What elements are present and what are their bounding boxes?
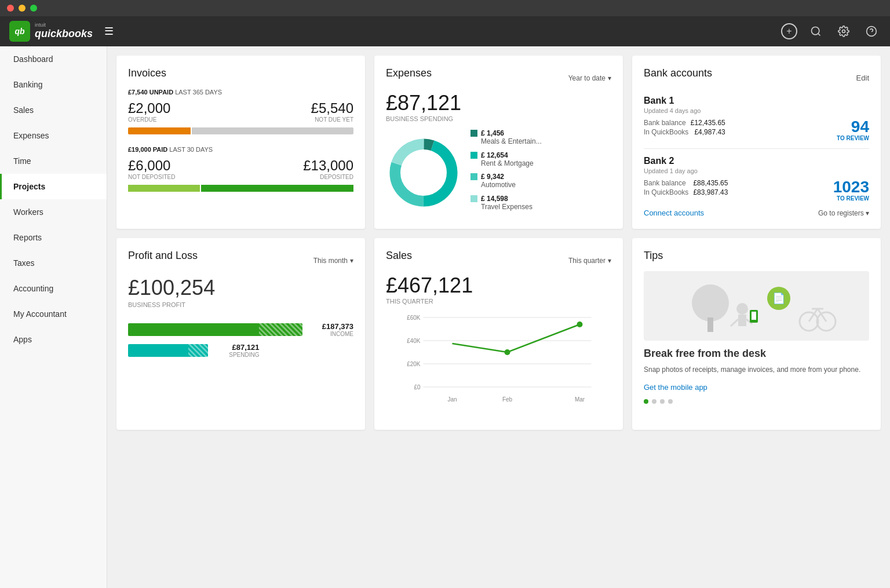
logo-text: quickbooks xyxy=(35,28,93,39)
bank1-review: 94 TO REVIEW xyxy=(837,119,869,141)
svg-point-0 xyxy=(812,27,819,35)
dashboard-grid: Invoices £7,540 UNPAID LAST 365 DAYS £2,… xyxy=(116,56,881,430)
svg-point-21 xyxy=(736,303,748,315)
sales-chart: £60K £40K £20K £0 Jan Feb Mar xyxy=(386,312,611,418)
expenses-header: Expenses Year to date ▾ xyxy=(386,67,611,89)
notdeposited-bar-segment xyxy=(128,185,200,192)
dot-1 xyxy=(644,399,648,404)
legend-color-1 xyxy=(470,130,477,137)
legend-item-3: £ 9,342 Automotive xyxy=(470,173,611,190)
tips-card: Tips xyxy=(632,238,881,430)
sales-card: Sales This quarter ▾ £467,121 THIS QUART… xyxy=(374,238,623,430)
svg-line-23 xyxy=(731,319,738,326)
invoices-notdue-label: NOT DUE YET xyxy=(311,116,353,123)
dot-3 xyxy=(660,399,665,404)
svg-rect-20 xyxy=(707,317,713,332)
donut-center xyxy=(404,153,443,192)
invoices-overdue-amount: £2,000 xyxy=(128,100,170,116)
tips-card-title: Break free from the desk xyxy=(644,348,869,360)
svg-point-18 xyxy=(577,322,583,327)
sales-line xyxy=(453,324,580,352)
income-bar-row: £187,373 INCOME xyxy=(128,322,353,337)
sidebar-item-taxes[interactable]: Taxes xyxy=(0,250,107,276)
deposited-bar-segment xyxy=(201,185,353,192)
expenses-period-select[interactable]: Year to date ▾ xyxy=(568,74,611,82)
tips-svg-illustration: 📄 xyxy=(676,274,838,338)
search-button[interactable] xyxy=(807,22,825,41)
tips-illustration: 📄 xyxy=(644,271,869,341)
donut-chart xyxy=(386,135,461,210)
expenses-total-amount: £87,121 xyxy=(386,91,611,115)
bank1-balance-row: Bank balance £12,435.65 xyxy=(644,119,725,127)
sidebar-item-my-accountant[interactable]: My Accountant xyxy=(0,301,107,327)
income-bar xyxy=(128,323,302,336)
svg-text:Feb: Feb xyxy=(502,396,513,403)
sidebar-item-reports[interactable]: Reports xyxy=(0,225,107,250)
sidebar-item-apps[interactable]: Apps xyxy=(0,327,107,352)
mac-close-btn[interactable] xyxy=(7,5,14,12)
spending-bar xyxy=(128,344,208,357)
go-to-registers-link[interactable]: Go to registers ▾ xyxy=(818,209,869,217)
bank-edit-link[interactable]: Edit xyxy=(856,74,869,82)
expenses-card: Expenses Year to date ▾ £87,121 BUSINESS… xyxy=(374,56,623,229)
tips-card-desc: Snap photos of receipts, manage invoices… xyxy=(644,364,869,375)
sales-title: Sales xyxy=(386,250,412,262)
add-button[interactable]: + xyxy=(781,23,797,39)
sales-total-label: THIS QUARTER xyxy=(386,298,611,305)
sidebar-item-sales[interactable]: Sales xyxy=(0,97,107,123)
search-icon xyxy=(810,25,822,37)
tips-title: Tips xyxy=(644,250,869,262)
bank2-balance-row: Bank balance £88,435.65 xyxy=(644,179,728,187)
sales-header: Sales This quarter ▾ xyxy=(386,250,611,271)
spending-amount: £87,121 xyxy=(213,343,259,352)
settings-button[interactable] xyxy=(834,22,853,41)
svg-point-2 xyxy=(842,30,845,33)
bank-divider xyxy=(644,148,869,149)
invoices-deposited-bar xyxy=(128,185,353,192)
bank-footer: Connect accounts Go to registers ▾ xyxy=(644,209,869,217)
mac-min-btn[interactable] xyxy=(19,5,25,12)
get-mobile-app-link[interactable]: Get the mobile app xyxy=(644,383,707,392)
bank2-updated: Updated 1 day ago xyxy=(644,167,869,174)
sidebar-item-dashboard[interactable]: Dashboard xyxy=(0,46,107,72)
mac-window-chrome xyxy=(0,0,890,16)
connect-accounts-link[interactable]: Connect accounts xyxy=(644,209,704,217)
logo-intuit-text: intuit xyxy=(35,23,93,28)
help-button[interactable] xyxy=(862,22,881,41)
sidebar-item-time[interactable]: Time xyxy=(0,148,107,174)
bank1-qb-row: In QuickBooks £4,987.43 xyxy=(644,128,725,136)
main-content: Invoices £7,540 UNPAID LAST 365 DAYS £2,… xyxy=(107,46,890,588)
invoices-overdue-label: OVERDUE xyxy=(128,116,170,123)
profit-header: Profit and Loss This month ▾ xyxy=(128,250,353,271)
profit-amount: £100,254 xyxy=(128,276,353,300)
income-label: INCOME xyxy=(307,331,353,337)
bank1-name: Bank 1 xyxy=(644,96,869,106)
invoices-notdeposited-amount: £6,000 xyxy=(128,158,176,174)
profit-period-select[interactable]: This month ▾ xyxy=(313,257,353,265)
svg-text:£40K: £40K xyxy=(407,338,421,344)
expenses-total-label: BUSINESS SPENDING xyxy=(386,115,611,122)
sidebar-item-expenses[interactable]: Expenses xyxy=(0,123,107,148)
svg-text:£60K: £60K xyxy=(407,315,421,321)
hamburger-button[interactable]: ☰ xyxy=(102,23,116,40)
invoices-unpaid-label: £7,540 UNPAID LAST 365 DAYS xyxy=(128,89,353,96)
mac-max-btn[interactable] xyxy=(30,5,37,12)
expenses-legend: £ 1,456 Meals & Entertain... £ 12,654 Re… xyxy=(470,129,611,216)
bank2-review: 1023 TO REVIEW xyxy=(833,179,869,202)
spending-label: SPENDING xyxy=(213,352,259,358)
sidebar-item-accounting[interactable]: Accounting xyxy=(0,276,107,301)
sidebar-item-workers[interactable]: Workers xyxy=(0,199,107,225)
sidebar-item-projects[interactable]: Projects xyxy=(0,174,107,199)
sales-period-select[interactable]: This quarter ▾ xyxy=(568,257,611,265)
sidebar: Dashboard Banking Sales Expenses Time Pr… xyxy=(0,46,107,588)
invoices-notdue-amount: £5,540 xyxy=(311,100,353,116)
bank-accounts-title: Bank accounts xyxy=(644,67,712,79)
sidebar-item-banking[interactable]: Banking xyxy=(0,72,107,97)
sales-total-amount: £467,121 xyxy=(386,273,611,298)
legend-color-3 xyxy=(470,173,477,180)
bank2-qb-row: In QuickBooks £83,987.43 xyxy=(644,188,728,196)
invoices-notdeposited-label: NOT DEPOSITED xyxy=(128,174,176,180)
logo: qb intuit quickbooks xyxy=(9,21,93,42)
invoices-card: Invoices £7,540 UNPAID LAST 365 DAYS £2,… xyxy=(116,56,365,229)
invoices-deposited-row: £6,000 NOT DEPOSITED £13,000 DEPOSITED xyxy=(128,158,353,180)
